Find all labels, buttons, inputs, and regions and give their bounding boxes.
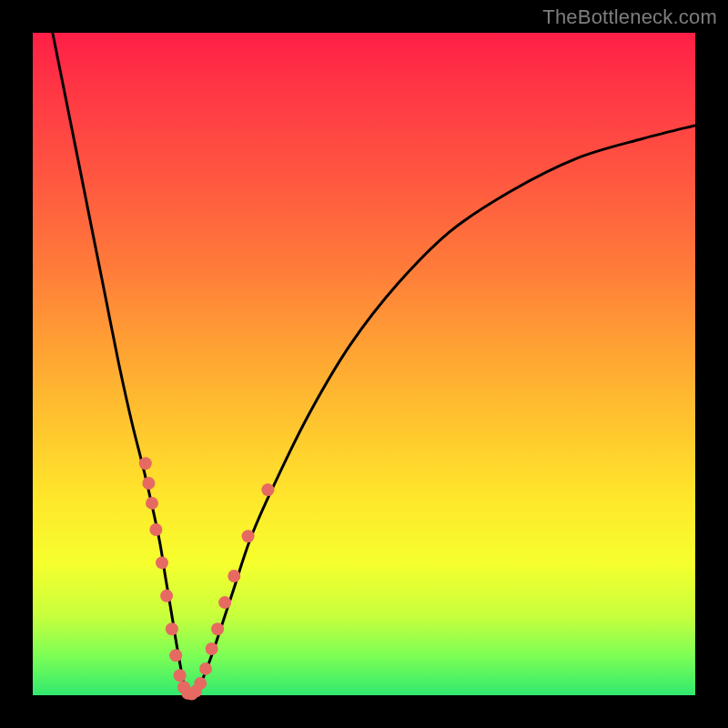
plot-area — [33, 33, 695, 695]
highlight-dot — [242, 530, 255, 542]
highlight-dot — [149, 523, 162, 536]
highlight-dot — [206, 642, 218, 655]
highlight-dot — [194, 677, 207, 690]
highlight-dot — [211, 622, 224, 635]
highlight-dot — [199, 662, 212, 675]
chart-svg — [33, 33, 695, 695]
highlight-dot — [174, 669, 187, 682]
highlight-dots — [139, 457, 275, 700]
bottleneck-curve — [53, 33, 695, 695]
highlight-dot — [261, 483, 274, 496]
highlight-dot — [160, 590, 173, 602]
highlight-dot — [169, 649, 182, 662]
chart-frame: TheBottleneck.com — [0, 0, 728, 728]
watermark-text: TheBottleneck.com — [542, 5, 717, 29]
highlight-dot — [156, 556, 168, 569]
highlight-dot — [166, 622, 178, 635]
highlight-dot — [146, 497, 158, 510]
highlight-dot — [142, 477, 155, 490]
highlight-dot — [139, 457, 152, 470]
highlight-dot — [218, 596, 231, 609]
highlight-dot — [228, 570, 240, 582]
